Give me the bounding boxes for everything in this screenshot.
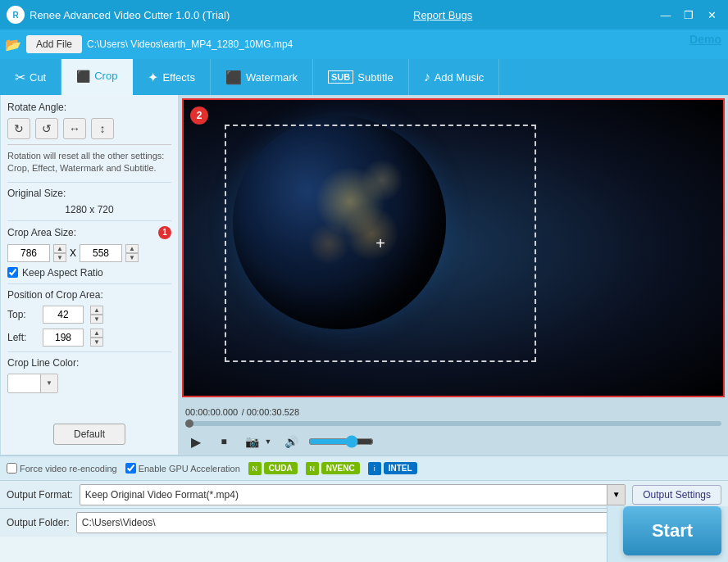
add-file-button[interactable]: Add File — [26, 35, 82, 53]
default-button[interactable]: Default — [53, 424, 125, 445]
tab-watermark-label: Watermark — [246, 71, 298, 84]
crop-size-row: ▲ ▼ X ▲ ▼ — [7, 244, 171, 262]
color-dropdown-arrow[interactable]: ▼ — [41, 374, 57, 392]
crop-overlay[interactable]: + — [225, 125, 536, 362]
crop-height-input[interactable] — [80, 244, 122, 262]
crop-area-size-label: Crop Area Size: — [7, 227, 76, 238]
controls-bar: ▶ ■ 📷 ▼ 🔊 — [179, 428, 728, 455]
nvenc-chip: NVENC — [321, 462, 360, 474]
start-button[interactable]: Start — [623, 506, 721, 555]
time-current: 00:00:00.000 — [185, 407, 238, 417]
subtitle-icon: SUB — [328, 70, 353, 84]
top-label: Top: — [7, 309, 36, 320]
crop-badge: 1 — [158, 226, 171, 239]
x-label: X — [70, 247, 76, 259]
output-folder-label: Output Folder: — [7, 517, 70, 528]
color-picker[interactable]: ▼ — [7, 374, 58, 393]
crop-height-down[interactable]: ▼ — [125, 253, 139, 262]
tab-add-music[interactable]: ♪ Add Music — [409, 59, 500, 95]
restore-button[interactable]: ❐ — [679, 7, 698, 23]
enable-gpu-checkbox-group: Enable GPU Acceleration — [125, 463, 240, 474]
cuda-chip: CUDA — [264, 462, 298, 474]
left-up[interactable]: ▲ — [90, 329, 103, 338]
music-icon: ♪ — [424, 70, 430, 84]
tab-subtitle-label: Subtitle — [357, 71, 393, 84]
minimize-button[interactable]: — — [656, 7, 676, 23]
output-format-label: Output Format: — [7, 489, 73, 501]
output-settings-button[interactable]: Output Settings — [632, 485, 721, 505]
left-down[interactable]: ▼ — [90, 338, 103, 347]
keep-aspect-label: Keep Aspect Ratio — [22, 267, 103, 279]
flip-horizontal-button[interactable]: ↔ — [63, 118, 86, 139]
tab-add-music-label: Add Music — [435, 71, 485, 84]
video-area: + 2 — [182, 98, 725, 397]
titlebar: R Renee Advanced Video Cutter 1.0.0 (Tri… — [0, 0, 728, 29]
volume-slider[interactable] — [308, 435, 374, 448]
play-button[interactable]: ▶ — [185, 431, 207, 452]
crop-width-input[interactable] — [7, 244, 50, 262]
tab-cut-label: Cut — [30, 71, 46, 84]
progress-bar[interactable] — [185, 421, 721, 426]
main-content: Rotate Angle: ↻ ↺ ↔ ↕ Rotation will rese… — [0, 95, 728, 455]
crosshair: + — [375, 234, 385, 253]
force-reencoding-label: Force video re-encoding — [20, 464, 117, 474]
demo-badge: Demo — [683, 29, 728, 49]
tab-cut[interactable]: ✂ Cut — [0, 59, 61, 95]
original-size-value: 1280 x 720 — [7, 204, 171, 215]
rotation-warning: Rotation will reset all the other settin… — [7, 144, 171, 175]
crop-line-color-label: Crop Line Color: — [7, 357, 171, 369]
volume-button[interactable]: 🔊 — [280, 431, 302, 452]
enable-gpu-label: Enable GPU Acceleration — [139, 464, 240, 474]
tab-crop[interactable]: ⬛ Crop — [61, 59, 133, 95]
rotate-angle-label: Rotate Angle: — [7, 102, 171, 113]
left-input[interactable] — [43, 329, 84, 347]
keep-aspect-row: Keep Aspect Ratio — [7, 267, 171, 279]
screenshot-dropdown[interactable]: ▼ — [262, 431, 274, 452]
tab-crop-label: Crop — [94, 70, 117, 82]
top-down[interactable]: ▼ — [90, 315, 103, 324]
format-dropdown-button[interactable]: ▼ — [607, 485, 625, 505]
nvenc-chip-group: N NVENC — [306, 462, 360, 475]
format-select[interactable]: Keep Original Video Format(*.mp4) ▼ — [80, 484, 626, 505]
report-bugs-link[interactable]: Report Bugs — [413, 9, 472, 21]
color-swatch — [8, 374, 41, 392]
close-button[interactable]: ✕ — [702, 7, 721, 23]
intel-chip-group: i INTEL — [368, 462, 417, 475]
tab-effects[interactable]: ✦ Effects — [133, 59, 211, 95]
rotate-controls: ↻ ↺ ↔ ↕ — [7, 118, 171, 139]
enable-gpu-checkbox[interactable] — [125, 463, 136, 474]
flip-vertical-button[interactable]: ↕ — [91, 118, 114, 139]
titlebar-left: R Renee Advanced Video Cutter 1.0.0 (Tri… — [7, 6, 230, 24]
crop-height-up[interactable]: ▲ — [125, 244, 139, 253]
left-panel: Rotate Angle: ↻ ↺ ↔ ↕ Rotation will rese… — [0, 95, 179, 455]
crop-width-down[interactable]: ▼ — [53, 253, 66, 262]
cut-icon: ✂ — [15, 70, 25, 85]
crop-width-up[interactable]: ▲ — [53, 244, 66, 253]
stop-button[interactable]: ■ — [213, 431, 234, 452]
cuda-chip-group: N CUDA — [248, 462, 298, 475]
bottom-right-panel: Start — [607, 506, 728, 562]
rotate-counterclockwise-button[interactable]: ↺ — [35, 118, 58, 139]
rotate-clockwise-button[interactable]: ↻ — [7, 118, 30, 139]
watermark-icon: ⬛ — [225, 70, 242, 85]
intel-logo: i — [368, 462, 381, 475]
force-reencoding-checkbox[interactable] — [7, 463, 17, 474]
keep-aspect-checkbox[interactable] — [7, 267, 18, 278]
camera-group: 📷 ▼ — [241, 431, 274, 452]
top-up[interactable]: ▲ — [90, 306, 103, 315]
tab-effects-label: Effects — [162, 71, 195, 84]
divider-2 — [7, 220, 171, 221]
file-icon: 📂 — [5, 37, 21, 52]
screenshot-button[interactable]: 📷 — [241, 431, 262, 452]
folder-path: C:\Users\Videos\ — [77, 517, 681, 528]
top-input[interactable] — [43, 306, 84, 324]
format-value: Keep Original Video Format(*.mp4) — [80, 489, 607, 501]
tab-subtitle[interactable]: SUB Subtitle — [313, 59, 409, 95]
progress-thumb[interactable] — [185, 419, 193, 428]
time-bar: 00:00:00.000 / 00:00:30.528 — [179, 401, 728, 428]
toolbar: ✂ Cut ⬛ Crop ✦ Effects ⬛ Watermark SUB S… — [0, 59, 728, 95]
effects-icon: ✦ — [148, 70, 158, 85]
app-logo: R — [7, 6, 25, 24]
original-size-label: Original Size: — [7, 188, 171, 199]
tab-watermark[interactable]: ⬛ Watermark — [211, 59, 313, 95]
